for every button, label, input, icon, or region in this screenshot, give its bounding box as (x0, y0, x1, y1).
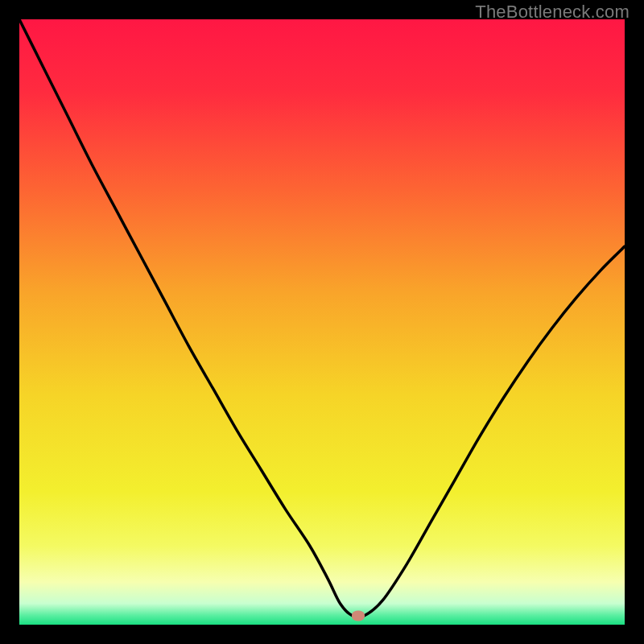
bottleneck-curve (19, 19, 625, 625)
watermark-text: TheBottleneck.com (475, 2, 630, 23)
plot-area (19, 19, 625, 625)
optimal-point-marker (352, 610, 365, 621)
chart-frame: TheBottleneck.com (0, 0, 644, 644)
